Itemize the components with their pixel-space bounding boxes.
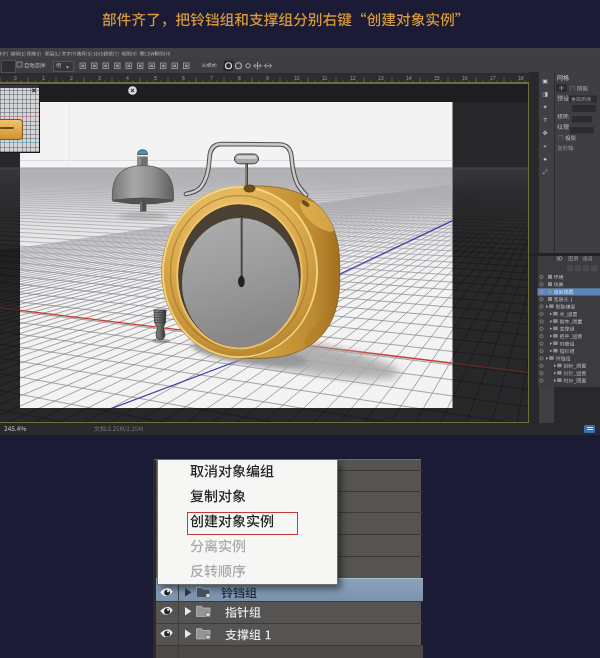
svg-text:14: 14 xyxy=(406,75,412,81)
svg-text:11: 11 xyxy=(322,75,327,81)
svg-text:◨: ◨ xyxy=(542,91,548,97)
svg-text:13: 13 xyxy=(378,75,384,81)
svg-text:0: 0 xyxy=(14,75,17,81)
svg-text:2: 2 xyxy=(70,75,73,81)
svg-text:8: 8 xyxy=(238,75,241,81)
svg-text:6: 6 xyxy=(182,75,185,81)
svg-text:●: ● xyxy=(543,156,547,162)
svg-text:17: 17 xyxy=(490,75,496,81)
svg-text:15: 15 xyxy=(434,75,440,81)
svg-text:1: 1 xyxy=(42,75,45,81)
svg-text:9: 9 xyxy=(266,75,269,81)
svg-text:10: 10 xyxy=(294,75,300,81)
svg-text:3: 3 xyxy=(98,75,101,81)
svg-text:▣: ▣ xyxy=(542,78,548,84)
svg-text:⌖: ⌖ xyxy=(543,143,547,149)
svg-text:T: T xyxy=(543,117,547,123)
svg-text:⤢: ⤢ xyxy=(543,169,548,175)
svg-text:✦: ✦ xyxy=(542,104,547,110)
svg-text:5: 5 xyxy=(154,75,157,81)
svg-text:4: 4 xyxy=(126,75,129,81)
svg-text:✥: ✥ xyxy=(542,130,547,136)
svg-text:18: 18 xyxy=(518,75,524,81)
svg-text:12: 12 xyxy=(350,75,356,81)
svg-text:16: 16 xyxy=(462,75,468,81)
svg-text:7: 7 xyxy=(210,75,213,81)
